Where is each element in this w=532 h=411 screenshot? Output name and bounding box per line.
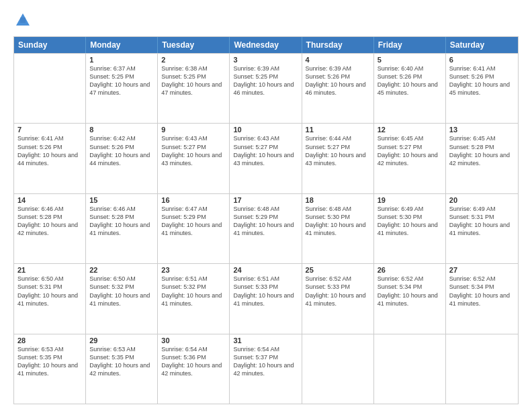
- day-info: Sunrise: 6:48 AM Sunset: 5:29 PM Dayligh…: [233, 205, 298, 238]
- calendar-cell: 9Sunrise: 6:43 AM Sunset: 5:27 PM Daylig…: [158, 124, 230, 193]
- day-number: 2: [161, 56, 226, 64]
- day-info: Sunrise: 6:52 AM Sunset: 5:34 PM Dayligh…: [449, 275, 515, 308]
- calendar-cell: 14Sunrise: 6:46 AM Sunset: 5:28 PM Dayli…: [14, 194, 86, 263]
- calendar-header-cell: Friday: [374, 37, 446, 53]
- day-number: 5: [378, 56, 442, 64]
- calendar-cell: 13Sunrise: 6:45 AM Sunset: 5:28 PM Dayli…: [446, 124, 518, 193]
- calendar-header: SundayMondayTuesdayWednesdayThursdayFrid…: [14, 37, 518, 53]
- day-number: 31: [233, 336, 298, 345]
- day-info: Sunrise: 6:41 AM Sunset: 5:26 PM Dayligh…: [17, 134, 82, 167]
- calendar-cell: 15Sunrise: 6:46 AM Sunset: 5:28 PM Dayli…: [86, 194, 158, 263]
- calendar-cell: 18Sunrise: 6:48 AM Sunset: 5:30 PM Dayli…: [302, 194, 374, 263]
- day-number: 15: [89, 196, 154, 204]
- day-info: Sunrise: 6:47 AM Sunset: 5:29 PM Dayligh…: [161, 205, 226, 238]
- day-info: Sunrise: 6:46 AM Sunset: 5:28 PM Dayligh…: [89, 205, 154, 238]
- day-info: Sunrise: 6:37 AM Sunset: 5:25 PM Dayligh…: [89, 64, 154, 97]
- calendar-header-cell: Sunday: [14, 37, 86, 53]
- calendar-cell: [446, 334, 518, 404]
- day-number: 23: [161, 266, 226, 274]
- header: [13, 11, 519, 30]
- day-number: 18: [306, 196, 370, 204]
- day-number: 22: [89, 266, 154, 274]
- day-number: 25: [306, 266, 370, 274]
- day-info: Sunrise: 6:42 AM Sunset: 5:26 PM Dayligh…: [89, 134, 154, 167]
- day-info: Sunrise: 6:44 AM Sunset: 5:27 PM Dayligh…: [306, 134, 370, 167]
- calendar-cell: 4Sunrise: 6:39 AM Sunset: 5:26 PM Daylig…: [302, 54, 374, 123]
- calendar: SundayMondayTuesdayWednesdayThursdayFrid…: [13, 36, 519, 404]
- calendar-cell: 17Sunrise: 6:48 AM Sunset: 5:29 PM Dayli…: [230, 194, 302, 263]
- day-number: 17: [233, 196, 298, 204]
- day-number: 1: [89, 56, 154, 64]
- day-info: Sunrise: 6:43 AM Sunset: 5:27 PM Dayligh…: [233, 134, 298, 167]
- calendar-cell: 21Sunrise: 6:50 AM Sunset: 5:31 PM Dayli…: [14, 264, 86, 333]
- day-info: Sunrise: 6:39 AM Sunset: 5:26 PM Dayligh…: [306, 64, 370, 97]
- calendar-cell: [302, 334, 374, 404]
- calendar-cell: 28Sunrise: 6:53 AM Sunset: 5:35 PM Dayli…: [14, 334, 86, 404]
- day-number: 19: [378, 196, 442, 204]
- day-number: 13: [449, 126, 515, 134]
- day-info: Sunrise: 6:50 AM Sunset: 5:31 PM Dayligh…: [17, 275, 82, 308]
- calendar-cell: 29Sunrise: 6:53 AM Sunset: 5:35 PM Dayli…: [86, 334, 158, 404]
- day-info: Sunrise: 6:38 AM Sunset: 5:25 PM Dayligh…: [161, 64, 226, 97]
- calendar-header-cell: Thursday: [302, 37, 374, 53]
- calendar-cell: [374, 334, 446, 404]
- day-info: Sunrise: 6:53 AM Sunset: 5:35 PM Dayligh…: [89, 345, 154, 378]
- day-number: 6: [449, 56, 515, 64]
- calendar-row: 7Sunrise: 6:41 AM Sunset: 5:26 PM Daylig…: [14, 123, 518, 193]
- logo: [13, 11, 35, 30]
- calendar-cell: 31Sunrise: 6:54 AM Sunset: 5:37 PM Dayli…: [230, 334, 302, 404]
- calendar-cell: 5Sunrise: 6:40 AM Sunset: 5:26 PM Daylig…: [374, 54, 446, 123]
- calendar-cell: 30Sunrise: 6:54 AM Sunset: 5:36 PM Dayli…: [158, 334, 230, 404]
- day-number: 16: [161, 196, 226, 204]
- day-number: 26: [378, 266, 442, 274]
- calendar-cell: 6Sunrise: 6:41 AM Sunset: 5:26 PM Daylig…: [446, 54, 518, 123]
- day-number: 30: [161, 336, 226, 345]
- calendar-body: 1Sunrise: 6:37 AM Sunset: 5:25 PM Daylig…: [14, 53, 518, 404]
- calendar-row: 14Sunrise: 6:46 AM Sunset: 5:28 PM Dayli…: [14, 193, 518, 263]
- calendar-cell: 2Sunrise: 6:38 AM Sunset: 5:25 PM Daylig…: [158, 54, 230, 123]
- calendar-row: 1Sunrise: 6:37 AM Sunset: 5:25 PM Daylig…: [14, 53, 518, 123]
- day-info: Sunrise: 6:46 AM Sunset: 5:28 PM Dayligh…: [17, 205, 82, 238]
- day-info: Sunrise: 6:54 AM Sunset: 5:36 PM Dayligh…: [161, 345, 226, 378]
- calendar-row: 21Sunrise: 6:50 AM Sunset: 5:31 PM Dayli…: [14, 263, 518, 333]
- calendar-cell: 25Sunrise: 6:52 AM Sunset: 5:33 PM Dayli…: [302, 264, 374, 333]
- page: SundayMondayTuesdayWednesdayThursdayFrid…: [0, 0, 532, 411]
- day-number: 11: [306, 126, 370, 134]
- calendar-cell: [14, 54, 86, 123]
- day-info: Sunrise: 6:40 AM Sunset: 5:26 PM Dayligh…: [378, 64, 442, 97]
- day-number: 4: [306, 56, 370, 64]
- day-info: Sunrise: 6:52 AM Sunset: 5:34 PM Dayligh…: [378, 275, 442, 308]
- day-info: Sunrise: 6:51 AM Sunset: 5:32 PM Dayligh…: [161, 275, 226, 308]
- day-number: 21: [17, 266, 82, 274]
- calendar-cell: 24Sunrise: 6:51 AM Sunset: 5:33 PM Dayli…: [230, 264, 302, 333]
- day-info: Sunrise: 6:45 AM Sunset: 5:28 PM Dayligh…: [449, 134, 515, 167]
- calendar-cell: 23Sunrise: 6:51 AM Sunset: 5:32 PM Dayli…: [158, 264, 230, 333]
- day-info: Sunrise: 6:54 AM Sunset: 5:37 PM Dayligh…: [233, 345, 298, 378]
- day-number: 10: [233, 126, 298, 134]
- svg-rect-1: [20, 17, 26, 23]
- calendar-header-cell: Monday: [86, 37, 158, 53]
- day-info: Sunrise: 6:53 AM Sunset: 5:35 PM Dayligh…: [17, 345, 82, 378]
- day-number: 3: [233, 56, 298, 64]
- day-info: Sunrise: 6:49 AM Sunset: 5:30 PM Dayligh…: [378, 205, 442, 238]
- day-number: 8: [89, 126, 154, 134]
- day-info: Sunrise: 6:43 AM Sunset: 5:27 PM Dayligh…: [161, 134, 226, 167]
- day-number: 7: [17, 126, 82, 134]
- calendar-header-cell: Wednesday: [230, 37, 302, 53]
- day-number: 29: [89, 336, 154, 345]
- day-info: Sunrise: 6:39 AM Sunset: 5:25 PM Dayligh…: [233, 64, 298, 97]
- calendar-cell: 26Sunrise: 6:52 AM Sunset: 5:34 PM Dayli…: [374, 264, 446, 333]
- day-number: 28: [17, 336, 82, 345]
- calendar-cell: 3Sunrise: 6:39 AM Sunset: 5:25 PM Daylig…: [230, 54, 302, 123]
- day-info: Sunrise: 6:48 AM Sunset: 5:30 PM Dayligh…: [306, 205, 370, 238]
- day-info: Sunrise: 6:51 AM Sunset: 5:33 PM Dayligh…: [233, 275, 298, 308]
- calendar-cell: 7Sunrise: 6:41 AM Sunset: 5:26 PM Daylig…: [14, 124, 86, 193]
- calendar-cell: 12Sunrise: 6:45 AM Sunset: 5:27 PM Dayli…: [374, 124, 446, 193]
- calendar-row: 28Sunrise: 6:53 AM Sunset: 5:35 PM Dayli…: [14, 334, 518, 404]
- calendar-cell: 10Sunrise: 6:43 AM Sunset: 5:27 PM Dayli…: [230, 124, 302, 193]
- day-number: 12: [378, 126, 442, 134]
- day-number: 24: [233, 266, 298, 274]
- calendar-cell: 27Sunrise: 6:52 AM Sunset: 5:34 PM Dayli…: [446, 264, 518, 333]
- logo-icon: [13, 11, 32, 30]
- day-number: 20: [449, 196, 515, 204]
